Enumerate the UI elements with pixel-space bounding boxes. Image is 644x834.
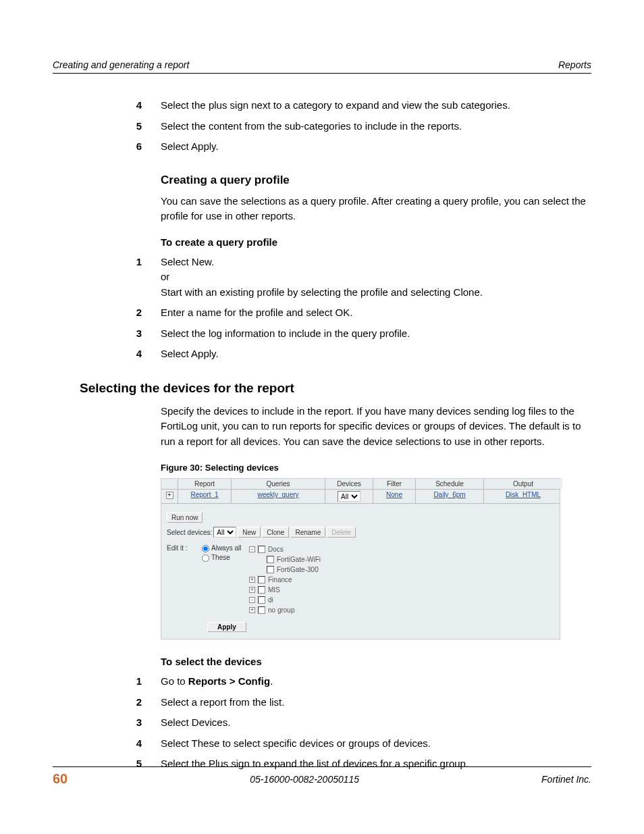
step-number: 6	[113, 139, 161, 155]
step-text: Select the log information to include in…	[161, 326, 590, 342]
step-text: Select Apply.	[161, 139, 590, 155]
expand-icon[interactable]: +	[249, 577, 255, 583]
tree-label: di	[268, 596, 273, 604]
step-number: 4	[113, 346, 161, 362]
tree-checkbox[interactable]	[258, 606, 265, 614]
expand-cell[interactable]: +	[161, 490, 178, 503]
output-cell[interactable]: Disk_HTML	[484, 490, 562, 503]
edit-label: Edit it :	[167, 544, 202, 552]
tree-label: no group	[268, 606, 294, 614]
step-number: 5	[113, 119, 161, 134]
step-row: 3 Select Devices.	[161, 715, 590, 731]
clone-button[interactable]: Clone	[262, 527, 289, 538]
tree-row: -Docs	[249, 544, 321, 554]
running-footer: 60 05-16000-0082-20050115 Fortinet Inc.	[53, 766, 591, 787]
step-row: 5 Select the content from the sub-catego…	[161, 119, 590, 134]
step-row: 3 Select the log information to include …	[161, 326, 590, 342]
step-row: 4 Select Apply.	[161, 346, 590, 362]
device-tree: -DocsFortiGate-WiFiFortiGate-300+Finance…	[249, 544, 321, 615]
page-number: 60	[53, 771, 68, 787]
tree-row: FortiGate-WiFi	[249, 554, 321, 565]
step-number: 2	[113, 695, 161, 710]
column-header: Filter	[373, 479, 416, 489]
step-text: Select Apply.	[161, 346, 590, 362]
expand-icon[interactable]: +	[249, 607, 255, 613]
step-text: Enter a name for the profile and select …	[161, 305, 590, 321]
header-left: Creating and generating a report	[53, 59, 189, 70]
step-text: Select New. or Start with an existing pr…	[161, 255, 590, 301]
step-number: 2	[113, 305, 161, 321]
tree-row: -di	[249, 595, 321, 605]
report-cell[interactable]: Report_1	[178, 490, 232, 503]
step-number: 4	[113, 98, 161, 113]
column-header: Output	[484, 479, 562, 489]
plus-icon: +	[166, 492, 173, 499]
new-button[interactable]: New	[238, 527, 261, 538]
running-header: Creating and generating a report Reports	[53, 59, 591, 74]
step-row: 2 Enter a name for the profile and selec…	[161, 305, 590, 321]
step-row: 1 Go to Reports > Config.	[161, 674, 590, 689]
collapse-icon[interactable]: -	[249, 546, 255, 552]
expand-column-header	[161, 479, 178, 489]
column-header: Report	[178, 479, 232, 489]
footer-docid: 05-16000-0082-20050115	[250, 774, 359, 785]
select-devices-label: Select devices:	[167, 529, 212, 536]
tree-checkbox[interactable]	[267, 566, 274, 573]
these-radio[interactable]	[202, 554, 209, 562]
tree-checkbox[interactable]	[258, 546, 265, 553]
always-all-radio-label[interactable]: Always all	[202, 544, 249, 552]
tree-row: +no group	[249, 605, 321, 615]
tree-label: Docs	[268, 546, 284, 553]
step-text: Select the content from the sub-categori…	[161, 119, 590, 134]
section-heading: Selecting the devices for the report	[80, 381, 590, 396]
paragraph: You can save the selections as a query p…	[161, 194, 590, 224]
step-number: 3	[113, 715, 161, 731]
figure-selecting-devices: Report Queries Devices Filter Schedule O…	[161, 478, 560, 640]
procedure-title: To select the devices	[161, 656, 590, 667]
delete-button[interactable]: Delete	[327, 527, 356, 538]
step-row: 6 Select Apply.	[161, 139, 590, 155]
always-all-radio[interactable]	[202, 545, 209, 552]
collapse-icon[interactable]: -	[249, 597, 255, 603]
step-number: 3	[113, 326, 161, 342]
step-row: 4 Select the plus sign next to a categor…	[161, 98, 590, 113]
select-devices-dropdown[interactable]: All	[213, 527, 236, 538]
queries-cell[interactable]: weekly_query	[232, 490, 325, 503]
column-header: Devices	[325, 479, 373, 489]
step-row: 4 Select These to select specific device…	[161, 736, 590, 752]
figure-table-header-row: Report Queries Devices Filter Schedule O…	[161, 479, 560, 490]
subsection-heading: Creating a query profile	[161, 174, 590, 187]
step-number: 1	[113, 674, 161, 689]
step-row: 1 Select New. or Start with an existing …	[161, 255, 590, 301]
nav-path: Reports > Config	[188, 675, 270, 687]
expand-icon[interactable]: +	[249, 587, 255, 593]
devices-cell[interactable]: All	[325, 490, 373, 503]
run-now-button[interactable]: Run now	[167, 512, 203, 523]
tree-checkbox[interactable]	[258, 576, 265, 583]
footer-company: Fortinet Inc.	[541, 774, 591, 785]
tree-row: +MIS	[249, 585, 321, 595]
these-radio-label[interactable]: These	[202, 554, 249, 562]
paragraph: Specify the devices to include in the re…	[161, 404, 590, 450]
tree-label: MIS	[268, 586, 280, 594]
column-header: Queries	[232, 479, 325, 489]
step-text: Select These to select specific devices …	[161, 736, 590, 752]
column-header: Schedule	[416, 479, 484, 489]
tree-checkbox[interactable]	[258, 596, 265, 604]
tree-label: FortiGate-300	[277, 566, 319, 573]
tree-row: FortiGate-300	[249, 565, 321, 575]
tree-checkbox[interactable]	[258, 586, 265, 594]
step-text: Go to Reports > Config.	[161, 674, 590, 689]
step-text: Select a report from the list.	[161, 695, 590, 710]
figure-table-data-row: + Report_1 weekly_query All None Daily_6…	[161, 490, 560, 504]
tree-label: FortiGate-WiFi	[277, 556, 321, 563]
procedure-title: To create a query profile	[161, 236, 590, 248]
apply-button[interactable]: Apply	[207, 622, 246, 632]
figure-caption: Figure 30: Selecting devices	[161, 463, 590, 473]
tree-checkbox[interactable]	[267, 556, 274, 563]
rename-button[interactable]: Rename	[290, 527, 325, 538]
schedule-cell[interactable]: Daily_6pm	[416, 490, 484, 503]
devices-select[interactable]: All	[338, 491, 360, 502]
filter-cell[interactable]: None	[373, 490, 416, 503]
step-text: Select the plus sign next to a category …	[161, 98, 590, 113]
